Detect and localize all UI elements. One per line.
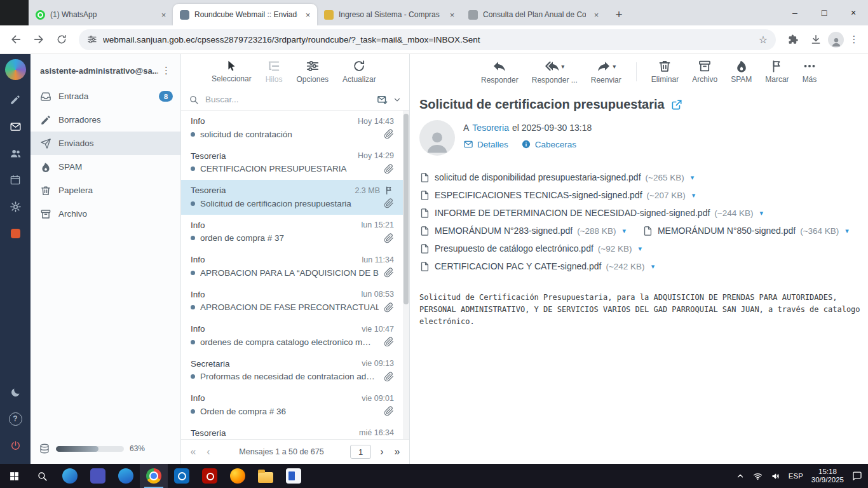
refresh-button[interactable]: Actualizar	[342, 59, 376, 84]
network-icon[interactable]	[753, 471, 763, 481]
page-number-input[interactable]	[350, 445, 371, 459]
mark-button[interactable]: Marcar	[764, 59, 790, 84]
attachment-name[interactable]: MEMORÁNDUM N°850-signed.pdf	[658, 226, 796, 236]
extensions-icon[interactable]	[782, 29, 804, 50]
last-page-button[interactable]: »	[393, 447, 402, 457]
taskbar-explorer-icon[interactable]	[252, 464, 280, 488]
notification-center-icon[interactable]	[852, 471, 862, 481]
dark-mode-button[interactable]	[0, 379, 31, 405]
attachment-menu-caret[interactable]: ▾	[651, 263, 655, 270]
taskbar-teams-icon[interactable]	[84, 464, 112, 488]
browser-menu-icon[interactable]: ⋮	[845, 34, 863, 45]
tab-close-icon[interactable]: ×	[158, 10, 169, 20]
open-in-new-window-icon[interactable]	[671, 99, 682, 111]
taskbar-acrobat-icon[interactable]	[196, 464, 224, 488]
message-row[interactable]: Infolun 15:21 orden de compra # 37	[181, 215, 409, 250]
attachment-name[interactable]: solicitud de disponibilidad presupuestar…	[435, 172, 641, 182]
contacts-nav-button[interactable]	[0, 140, 31, 166]
folder-entrada[interactable]: Entrada 8	[31, 85, 180, 108]
attachment-menu-caret[interactable]: ▾	[639, 245, 642, 252]
flag-icon[interactable]	[384, 186, 394, 195]
caret-down-icon[interactable]: ▾	[613, 64, 616, 70]
attachment-name[interactable]: ESPECIFICACIONES TECNICAS-signed-signed.…	[435, 190, 642, 200]
keyboard-language[interactable]: ESP	[789, 472, 803, 480]
browser-tab-roundcube[interactable]: Roundcube Webmail :: Enviado ×	[173, 4, 317, 25]
scrollbar-thumb[interactable]	[403, 114, 409, 304]
options-button[interactable]: Opciones	[296, 59, 329, 84]
recipient-link[interactable]: Tesoreria	[472, 123, 509, 133]
minimize-button[interactable]: –	[780, 0, 810, 25]
taskbar-edge-icon[interactable]	[56, 464, 84, 488]
attachment[interactable]: Presupuesto de catálogo electrónico.pdf …	[419, 243, 642, 254]
back-button[interactable]	[5, 29, 27, 50]
reply-all-button[interactable]: ▾ Responder ...	[531, 58, 579, 85]
taskbar-app-icon[interactable]	[112, 464, 140, 488]
taskbar-chrome-icon[interactable]	[140, 464, 168, 488]
folder-archivo[interactable]: Archivo	[31, 202, 180, 226]
forward-button[interactable]: ▾ Reenviar	[590, 58, 623, 85]
settings-nav-button[interactable]	[0, 193, 31, 220]
first-page-button[interactable]: «	[189, 447, 198, 457]
caret-down-icon[interactable]: ▾	[561, 64, 564, 70]
close-button[interactable]: ×	[839, 0, 868, 25]
webmail-logo[interactable]	[5, 59, 26, 80]
tray-chevron-up-icon[interactable]	[736, 471, 745, 480]
message-row[interactable]: Infolun 08:53 APROBACION DE FASE PRECONT…	[181, 284, 409, 319]
headers-toggle[interactable]: Cabeceras	[521, 139, 576, 149]
browser-tab-whatsapp[interactable]: (1) WhatsApp ×	[29, 4, 173, 25]
taskbar-firefox-icon[interactable]	[224, 464, 252, 488]
taskbar-outlook-icon[interactable]	[168, 464, 196, 488]
next-page-button[interactable]: ›	[377, 447, 386, 457]
folder-papelera[interactable]: Papelera	[31, 179, 180, 202]
tab-close-icon[interactable]: ×	[591, 10, 602, 20]
attachment-menu-caret[interactable]: ▾	[622, 227, 626, 234]
attachment[interactable]: MEMORÁNDUM N°850-signed.pdf (~364 KB) ▾	[642, 226, 849, 236]
forward-button[interactable]	[28, 29, 50, 50]
attachment-menu-caret[interactable]: ▾	[691, 174, 695, 181]
browser-tab-plan-anual[interactable]: Consulta del Plan Anual de Con ×	[461, 4, 606, 25]
volume-icon[interactable]	[771, 471, 780, 481]
attachment-menu-caret[interactable]: ▾	[845, 227, 849, 234]
folder-enviados[interactable]: Enviados	[31, 132, 180, 155]
downloads-icon[interactable]	[805, 29, 827, 50]
taskbar-word-icon[interactable]	[280, 464, 308, 488]
delete-button[interactable]: Eliminar	[650, 59, 680, 84]
taskbar-search-button[interactable]	[28, 464, 56, 488]
threads-button[interactable]: Hilos	[266, 59, 283, 84]
compose-button[interactable]	[0, 86, 31, 113]
attachment[interactable]: INFORME DE DETERMINACION DE NECESIDAD-si…	[419, 208, 763, 219]
attachment-name[interactable]: INFORME DE DETERMINACION DE NECESIDAD-si…	[435, 208, 710, 218]
more-button[interactable]: Más	[801, 59, 818, 84]
start-button[interactable]	[0, 464, 28, 488]
attachment-name[interactable]: Presupuesto de catálogo electrónico.pdf	[435, 243, 593, 254]
reload-button[interactable]	[51, 29, 72, 50]
prev-page-button[interactable]: ‹	[204, 447, 213, 457]
mail-nav-button[interactable]	[0, 113, 31, 140]
message-row-selected[interactable]: Tesoreria2.3 MB Solicitud de certificaci…	[181, 180, 409, 215]
attachment-name[interactable]: MEMORÁNDUM N°283-signed.pdf	[435, 226, 573, 236]
attachment-menu-caret[interactable]: ▾	[760, 210, 764, 217]
taskbar-clock[interactable]: 15:18 30/9/2025	[811, 468, 844, 485]
attachment[interactable]: solicitud de disponibilidad presupuestar…	[419, 172, 694, 183]
help-button[interactable]: ?	[0, 405, 31, 432]
url-text[interactable]: webmail.sanjuan.gob.ec/cpsess2879723216/…	[103, 35, 753, 44]
details-toggle[interactable]: Detalles	[463, 139, 508, 149]
attachment-name[interactable]: CERTIFICACION PAC Y CATE-signed.pdf	[435, 261, 601, 271]
tab-close-icon[interactable]: ×	[447, 10, 458, 20]
url-bar[interactable]: webmail.sanjuan.gob.ec/cpsess2879723216/…	[79, 29, 776, 50]
attachment[interactable]: CERTIFICACION PAC Y CATE-signed.pdf (~24…	[419, 261, 654, 272]
attachment[interactable]: ESPECIFICACIONES TECNICAS-signed-signed.…	[419, 190, 695, 201]
message-row[interactable]: Infovie 10:47 ordenes de compra catalogo…	[181, 318, 409, 353]
browser-tab-compras[interactable]: Ingreso al Sistema - Compras P ×	[317, 4, 461, 25]
message-row[interactable]: Secretariavie 09:13 Proformas de necesid…	[181, 353, 409, 388]
maximize-button[interactable]: □	[810, 0, 839, 25]
logout-button[interactable]	[0, 432, 31, 459]
message-row[interactable]: InfoHoy 14:43 solicitud de contratación	[181, 111, 409, 146]
message-row[interactable]: Infolun 11:34 APROBACION PARA LA “ADQUIS…	[181, 249, 409, 284]
message-row[interactable]: Tesoreriamié 16:34	[181, 423, 409, 440]
archive-button[interactable]: Archivo	[691, 59, 719, 84]
bookmark-star-icon[interactable]: ☆	[759, 34, 768, 46]
new-tab-button[interactable]: +	[609, 5, 628, 24]
folder-spam[interactable]: SPAM	[31, 155, 180, 179]
message-row[interactable]: Infovie 09:01 Orden de compra # 36	[181, 388, 409, 423]
